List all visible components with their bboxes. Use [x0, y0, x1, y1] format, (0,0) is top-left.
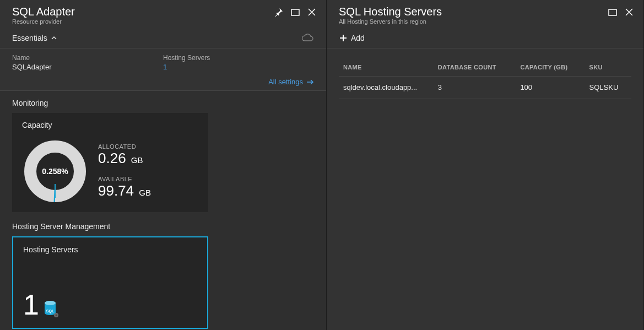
blade-subtitle: Resource provider — [12, 18, 274, 25]
essentials-label: Essentials — [12, 34, 47, 42]
svg-rect-0 — [291, 9, 299, 15]
allocated-label: ALLOCATED — [98, 143, 151, 150]
blade-subtitle-right: All Hosting Servers in this region — [339, 18, 608, 25]
command-bar: Add — [327, 29, 643, 48]
col-db-count[interactable]: DATABASE COUNT — [434, 58, 516, 77]
table-row[interactable]: sqldev.local.cloudapp...3100SQLSKU — [339, 77, 631, 99]
capacity-tile[interactable]: Capacity 0.258% ALLOCATED 0.26 GB AVAILA… — [12, 113, 208, 212]
blade-title: SQL Adapter — [12, 6, 274, 18]
hosting-count-value: 1 — [23, 292, 39, 318]
maximize-icon[interactable] — [291, 8, 300, 17]
plus-icon — [339, 34, 348, 42]
col-name[interactable]: NAME — [339, 58, 434, 77]
col-sku[interactable]: SKU — [585, 58, 631, 77]
hosting-tile-title: Hosting Servers — [23, 245, 197, 254]
monitoring-section-title: Monitoring — [12, 99, 314, 107]
close-icon[interactable] — [307, 8, 316, 17]
name-value: SQLAdapter — [12, 63, 163, 71]
add-button[interactable]: Add — [339, 34, 365, 42]
add-label: Add — [351, 34, 365, 42]
hosting-servers-tile[interactable]: Hosting Servers 1 SQL — [12, 236, 208, 329]
cell-name: sqldev.local.cloudapp... — [339, 77, 434, 99]
cell-db-count: 3 — [434, 77, 516, 99]
hosting-servers-label: Hosting Servers — [163, 54, 314, 62]
hosting-servers-link[interactable]: 1 — [163, 63, 314, 71]
blade-title-right: SQL Hosting Servers — [339, 6, 608, 18]
sql-hosting-servers-blade: SQL Hosting Servers All Hosting Servers … — [327, 0, 644, 330]
all-settings-label: All settings — [268, 78, 303, 86]
pin-icon[interactable] — [274, 8, 283, 17]
available-value: 99.74 GB — [98, 182, 151, 199]
hosting-servers-table: NAME DATABASE COUNT CAPACITY (GB) SKU sq… — [327, 48, 643, 109]
capacity-tile-title: Capacity — [22, 121, 198, 129]
arrow-right-icon — [306, 79, 314, 85]
sql-adapter-blade: SQL Adapter Resource provider Essentials… — [0, 0, 327, 330]
capacity-donut: 0.258% — [22, 138, 88, 204]
close-icon[interactable] — [625, 8, 634, 17]
hosting-section-title: Hosting Server Management — [12, 222, 314, 231]
essentials-body: Name SQLAdapter Hosting Servers 1 All se… — [0, 48, 326, 91]
svg-rect-8 — [609, 9, 616, 15]
available-label: AVAILABLE — [98, 176, 151, 182]
cloud-icon — [301, 34, 314, 42]
svg-point-4 — [45, 301, 56, 305]
essentials-toggle[interactable]: Essentials — [12, 34, 57, 42]
chevron-up-icon — [51, 35, 57, 41]
svg-text:SQL: SQL — [46, 309, 55, 313]
all-settings-link[interactable]: All settings — [12, 78, 314, 86]
essentials-bar: Essentials — [0, 29, 326, 48]
allocated-value: 0.26 GB — [98, 150, 151, 167]
blade-content: Monitoring Capacity 0.258% ALLOCATED 0.2… — [0, 91, 326, 330]
blade-header-right: SQL Hosting Servers All Hosting Servers … — [327, 0, 643, 29]
col-capacity[interactable]: CAPACITY (GB) — [516, 58, 585, 77]
maximize-icon[interactable] — [608, 8, 617, 17]
svg-point-7 — [55, 315, 57, 316]
cell-capacity: 100 — [516, 77, 585, 99]
donut-percent: 0.258% — [22, 138, 88, 204]
cell-sku: SQLSKU — [585, 77, 631, 99]
blade-header: SQL Adapter Resource provider — [0, 0, 326, 29]
sql-database-icon: SQL — [44, 300, 59, 318]
name-label: Name — [12, 54, 163, 62]
